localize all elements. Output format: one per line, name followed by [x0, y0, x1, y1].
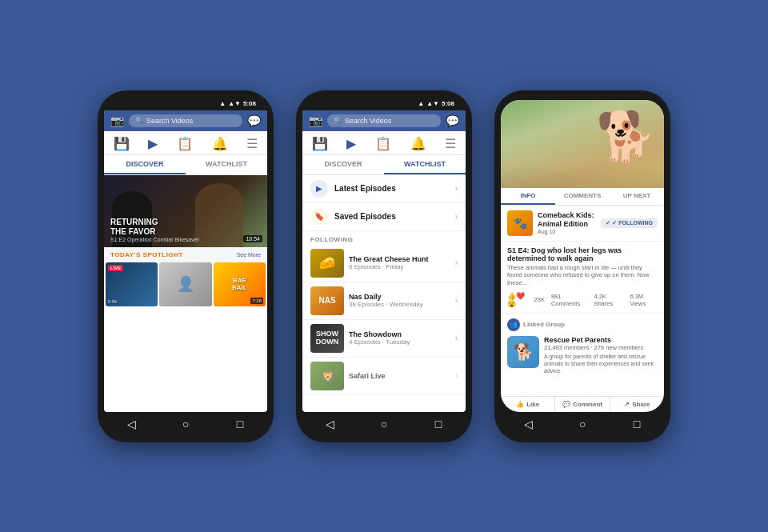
- comments-tab-3[interactable]: COMMENTS: [555, 188, 610, 205]
- home-btn-3[interactable]: ○: [575, 417, 590, 431]
- watchlist-tab-1[interactable]: WATCHLIST: [186, 155, 267, 174]
- messenger-icon-2[interactable]: 💬: [446, 114, 459, 127]
- bottom-nav-1: ◁ ○ □: [104, 412, 267, 433]
- hero-title-1: RETURNINGTHE FAVOR: [110, 218, 199, 237]
- like-btn-3[interactable]: 👍 Like: [501, 397, 555, 412]
- square-btn-1[interactable]: □: [233, 417, 247, 431]
- tab-play-2[interactable]: ▶: [346, 136, 356, 151]
- tab-menu-2[interactable]: ☰: [445, 136, 456, 151]
- action-bar-3: 👍 Like 💬 Comment ↗ Share: [501, 396, 664, 412]
- upnext-tab-3[interactable]: UP NEXT: [610, 188, 664, 205]
- discover-tab-2[interactable]: DISCOVER: [302, 155, 384, 174]
- following-info-nas: Nas Daily 38 Episodes · Wednesday: [349, 293, 450, 308]
- play-icon: ▶: [316, 184, 322, 193]
- comments-count-3: 881 Comments: [551, 293, 588, 307]
- home-btn-1[interactable]: ○: [178, 417, 193, 431]
- back-btn-2[interactable]: ◁: [322, 417, 337, 431]
- tab-save-1[interactable]: 💾: [114, 136, 130, 151]
- wifi-icon-2: ▲: [418, 100, 424, 107]
- status-bar-2: ▲ ▲▼ 5:08: [302, 100, 466, 110]
- show-info-3: Comeback Kids: Animal Edition Aug 10: [538, 211, 596, 234]
- tab-grid-1[interactable]: 📋: [177, 136, 193, 151]
- following-info-safari: Safari Live: [349, 372, 450, 380]
- linked-group-content-3: 🐕 Rescue Pet Parents 21,493 members · 27…: [501, 334, 664, 379]
- messenger-icon-1[interactable]: 💬: [247, 114, 261, 127]
- section-tabs-1: DISCOVER WATCHLIST: [104, 155, 267, 175]
- group-info-3: Rescue Pet Parents 21,493 members · 279 …: [544, 336, 658, 374]
- signal-icon: ▲▼: [228, 100, 241, 107]
- detail-tabs-3: INFO COMMENTS UP NEXT: [501, 188, 664, 206]
- spotlight-item-1[interactable]: LIVE 5.5k: [106, 262, 158, 306]
- wifi-icon: ▲: [219, 100, 226, 107]
- tab-bar-2: 💾 ▶ 📋 🔔 ☰: [302, 131, 466, 155]
- group-thumb-icon: 🐕: [514, 342, 534, 362]
- spotlight-header-1: TODAY'S SPOTLIGHT See More: [104, 247, 267, 262]
- views-count-3: 6.3M Views: [630, 293, 658, 307]
- back-btn-3[interactable]: ◁: [521, 417, 535, 431]
- home-btn-2[interactable]: ○: [377, 417, 391, 431]
- tab-play-1[interactable]: ▶: [148, 136, 158, 151]
- camera-icon-2[interactable]: 📷: [309, 114, 322, 127]
- status-icons-2: ▲ ▲▼ 5:08: [418, 100, 454, 107]
- back-btn-1[interactable]: ◁: [124, 417, 138, 431]
- hero-gradient: [501, 164, 664, 188]
- reaction-count-3: 23K: [534, 296, 545, 303]
- nas-meta: 38 Episodes · Wednesday: [349, 301, 450, 308]
- spotlight-item-3[interactable]: BAEBAIL 7:28: [214, 262, 266, 306]
- tab-grid-2[interactable]: 📋: [375, 136, 391, 151]
- status-icons-1: ▲ ▲▼ 5:08: [219, 100, 256, 107]
- figure-right-1: [195, 183, 243, 247]
- group-name-3: Rescue Pet Parents: [544, 336, 658, 344]
- fb-header-2: 📷 🔍 Search Videos 💬: [302, 110, 466, 131]
- tab-menu-1[interactable]: ☰: [246, 136, 258, 151]
- tab-save-2[interactable]: 💾: [312, 136, 328, 151]
- following-row-cheese[interactable]: 🧀 The Great Cheese Hunt 6 Episodes · Fri…: [302, 245, 466, 282]
- showdown-title: The Showdown: [349, 330, 450, 338]
- latest-icon: ▶: [310, 180, 328, 198]
- following-btn-3[interactable]: ✓ ✓ FOLLOWING: [601, 218, 658, 228]
- thumb-showdown: SHOWDOWN: [310, 324, 344, 353]
- search-bar-2[interactable]: 🔍 Search Videos: [327, 114, 441, 127]
- cheese-title: The Great Cheese Hunt: [349, 255, 450, 263]
- see-more-btn-1[interactable]: See More: [237, 252, 261, 258]
- search-placeholder-2: Search Videos: [345, 117, 391, 125]
- share-btn-3[interactable]: ↗ Share: [610, 397, 664, 412]
- thumb-cheese: 🧀: [310, 249, 344, 278]
- discover-tab-1[interactable]: DISCOVER: [104, 155, 186, 174]
- phone-3: 🐕 INFO COMMENTS UP NEXT 🐾 Comeback Kids:…: [494, 90, 670, 442]
- following-info-cheese: The Great Cheese Hunt 6 Episodes · Frida…: [349, 255, 450, 270]
- bookmark-icon: 🔖: [314, 212, 324, 221]
- detail-hero-3: 🐕: [501, 100, 664, 188]
- tab-bell-1[interactable]: 🔔: [212, 136, 228, 151]
- spotlight-item-2[interactable]: 👤: [159, 262, 211, 306]
- comment-btn-3[interactable]: 💬 Comment: [555, 397, 610, 412]
- latest-chevron: ›: [455, 184, 458, 193]
- saved-episodes-row[interactable]: 🔖 Saved Episodes ›: [302, 203, 466, 231]
- latest-episodes-row[interactable]: ▶ Latest Episodes ›: [302, 175, 466, 203]
- linked-group-icon-3: 👥: [507, 318, 520, 331]
- tab-bar-1: 💾 ▶ 📋 🔔 ☰: [104, 131, 267, 155]
- search-bar-1[interactable]: 🔍 Search Videos: [129, 114, 242, 127]
- camera-icon-1[interactable]: 📷: [110, 114, 124, 127]
- group-icon: 👥: [510, 321, 518, 328]
- tab-bell-2[interactable]: 🔔: [410, 136, 426, 151]
- duration-badge-3: 7:28: [250, 298, 263, 304]
- show-date-3: Aug 10: [538, 229, 596, 234]
- bottom-nav-3: ◁ ○ □: [501, 412, 664, 433]
- info-tab-3[interactable]: INFO: [501, 188, 555, 205]
- watchlist-tab-2[interactable]: WATCHLIST: [384, 155, 466, 174]
- showdown-text: SHOWDOWN: [316, 330, 339, 346]
- following-row-nas[interactable]: NAS Nas Daily 38 Episodes · Wednesday ›: [302, 282, 466, 320]
- time-1: 5:08: [243, 100, 256, 107]
- following-row-safari[interactable]: 🦁 Safari Live ›: [302, 358, 466, 395]
- square-btn-2[interactable]: □: [431, 417, 446, 431]
- show-name-3: Comeback Kids: Animal Edition: [538, 211, 596, 229]
- like-icon-3: 👍: [516, 401, 524, 408]
- following-header: FOLLOWING: [302, 231, 466, 245]
- square-btn-3[interactable]: □: [630, 417, 644, 431]
- cheese-chevron: ›: [455, 258, 458, 267]
- live-badge-1: LIVE: [108, 265, 123, 271]
- latest-label: Latest Episodes: [334, 184, 449, 193]
- search-icon-1: 🔍: [135, 117, 143, 124]
- following-row-showdown[interactable]: SHOWDOWN The Showdown 4 Episodes · Tuesd…: [302, 320, 466, 358]
